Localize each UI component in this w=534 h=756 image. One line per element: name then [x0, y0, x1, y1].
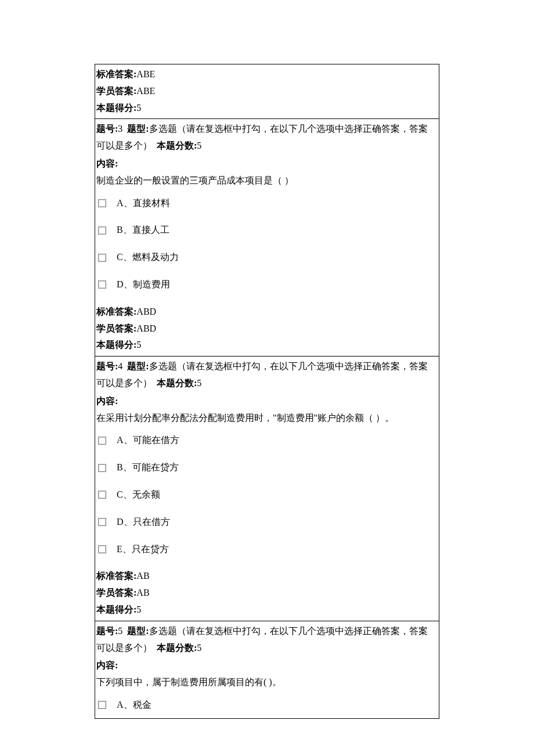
q3-cell: 题号:3 题型:多选题（请在复选框中打勾，在以下几个选项中选择正确答案，答案可以…	[95, 119, 439, 357]
standard-answer-label: 标准答案:	[96, 307, 136, 316]
checkbox-icon[interactable]	[98, 518, 106, 526]
q3-option-d-row: D、制造费用	[96, 276, 436, 293]
content-label: 内容:	[96, 393, 436, 410]
q3-option-b-row: B、直接人工	[96, 222, 436, 239]
q3-option-d: D、制造费用	[117, 276, 170, 293]
question-no-label: 题号:	[96, 626, 118, 636]
q2-score: 5	[136, 103, 141, 113]
score-obtained-label: 本题得分:	[96, 604, 136, 614]
q4-option-a-row: A、可能在借方	[96, 432, 436, 449]
content-label: 内容:	[96, 156, 436, 172]
q3-option-c: C、燃料及动力	[117, 249, 179, 266]
svg-rect-16	[99, 545, 106, 553]
questions-table: 标准答案:ABE 学员答案:ABE 本题得分:5 题号:3 题型:多选题（请在复…	[95, 64, 439, 719]
q4-option-c-row: C、无余额	[96, 487, 436, 503]
q4-option-b: B、可能在贷方	[117, 459, 179, 476]
student-answer-label: 学员答案:	[96, 323, 136, 333]
checkbox-icon[interactable]	[98, 545, 106, 553]
q5-stem: 下列项目中，属于制造费用所属项目的有( )。	[96, 674, 436, 691]
student-answer-label: 学员答案:	[96, 86, 136, 96]
q4-cell: 题号:4 题型:多选题（请在复选框中打勾，在以下几个选项中选择正确答案，答案可以…	[95, 357, 439, 621]
q3-option-a-row: A、直接材料	[96, 195, 436, 212]
q4-option-d: D、只在借方	[117, 514, 170, 531]
question-no-label: 题号:	[96, 361, 118, 371]
score-obtained-label: 本题得分:	[96, 103, 136, 113]
svg-rect-6	[99, 281, 106, 289]
checkbox-icon[interactable]	[98, 491, 106, 499]
standard-answer-label: 标准答案:	[96, 571, 136, 581]
q3-no: 3	[118, 124, 122, 134]
score-obtained-label: 本题得分:	[96, 340, 136, 350]
svg-rect-8	[99, 437, 106, 444]
question-type-label: 题型:	[127, 626, 149, 636]
student-answer-label: 学员答案:	[96, 588, 136, 597]
q4-score: 5	[197, 378, 201, 388]
q5-option-a: A、税金	[117, 697, 151, 714]
checkbox-icon[interactable]	[98, 254, 106, 262]
q4-obtained: 5	[136, 604, 141, 614]
q5-no: 5	[118, 626, 122, 636]
q2-student-answer: ABE	[136, 86, 155, 96]
q3-option-a: A、直接材料	[117, 195, 170, 212]
q3-stem: 制造企业的一般设置的三项产品成本项目是（ ）	[96, 172, 436, 189]
q3-option-b: B、直接人工	[117, 222, 169, 239]
svg-rect-12	[99, 491, 106, 499]
standard-answer-label: 标准答案:	[96, 69, 136, 79]
q5-score: 5	[197, 643, 201, 653]
q4-option-d-row: D、只在借方	[96, 514, 436, 531]
q2-standard-answer: ABE	[136, 69, 155, 79]
question-type-label: 题型:	[127, 124, 149, 134]
q4-option-e: E、只在贷方	[117, 541, 169, 558]
q4-student-answer: AB	[136, 588, 149, 597]
q3-obtained: 5	[136, 340, 141, 350]
question-type-label: 题型:	[127, 361, 149, 371]
q4-standard-answer: AB	[136, 571, 149, 581]
content-label: 内容:	[96, 657, 436, 674]
q4-no: 4	[118, 361, 122, 371]
q4-option-b-row: B、可能在贷方	[96, 459, 436, 476]
q3-option-c-row: C、燃料及动力	[96, 249, 436, 266]
q2-answer-cell: 标准答案:ABE 学员答案:ABE 本题得分:5	[95, 64, 439, 119]
q3-standard-answer: ABD	[136, 307, 156, 316]
svg-rect-2	[99, 226, 106, 234]
question-score-label: 本题分数:	[157, 141, 197, 150]
checkbox-icon[interactable]	[98, 199, 106, 207]
q4-stem: 在采用计划分配率分配法分配制造费用时，"制造费用"账户的余额（ ）。	[96, 410, 436, 427]
q3-score: 5	[197, 141, 201, 150]
checkbox-icon[interactable]	[98, 701, 106, 709]
svg-rect-18	[99, 701, 106, 709]
q4-option-c: C、无余额	[117, 487, 160, 503]
question-score-label: 本题分数:	[157, 643, 197, 653]
svg-rect-4	[99, 254, 106, 261]
svg-rect-14	[99, 519, 106, 526]
checkbox-icon[interactable]	[98, 226, 106, 235]
q3-student-answer: ABD	[136, 323, 156, 333]
svg-rect-10	[99, 464, 106, 471]
svg-rect-0	[99, 199, 106, 207]
q5-option-a-row: A、税金	[96, 697, 436, 714]
q4-option-a: A、可能在借方	[117, 432, 179, 449]
question-no-label: 题号:	[96, 124, 118, 134]
question-score-label: 本题分数:	[157, 378, 197, 388]
q4-option-e-row: E、只在贷方	[96, 541, 436, 558]
q5-cell: 题号:5 题型:多选题（请在复选框中打勾，在以下几个选项中选择正确答案，答案可以…	[95, 621, 439, 718]
checkbox-icon[interactable]	[98, 464, 106, 472]
checkbox-icon[interactable]	[98, 437, 106, 445]
checkbox-icon[interactable]	[98, 280, 106, 289]
